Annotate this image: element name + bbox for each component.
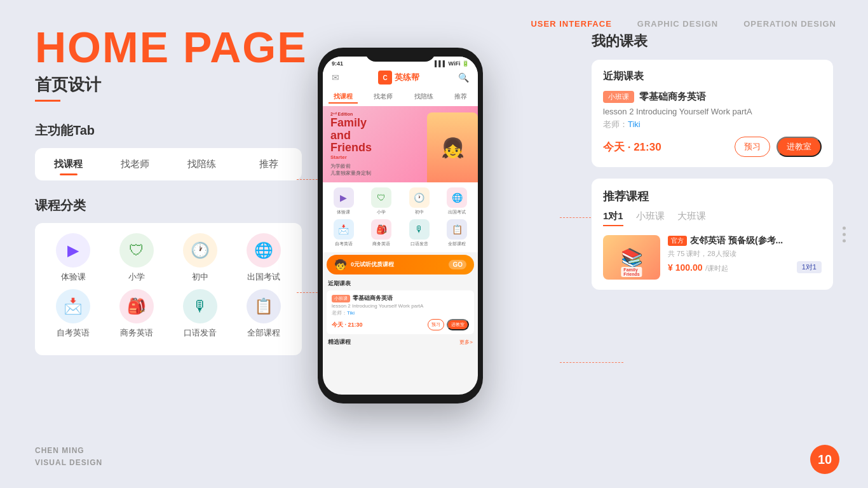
phone-app-name: 英练帮 [395, 72, 419, 83]
phone-icon-mid-circle: 🕐 [409, 187, 430, 208]
banner-title: FamilyandFriends [330, 117, 372, 154]
rec-tab-1on1[interactable]: 1对1 [603, 210, 623, 226]
dot-3 [843, 239, 846, 242]
phone-btn-enter[interactable]: 进教室 [447, 319, 469, 330]
phone-course-teacher: 老师：Tiki [332, 309, 469, 316]
nav-operation-design[interactable]: OPERATION DESIGN [743, 19, 836, 29]
phone-course-bottom: 今天 · 21:30 预习 进教室 [332, 319, 469, 330]
cat-all[interactable]: 📋 全部课程 [238, 289, 289, 339]
recommend-tabs: 1对1 小班课 大班课 [603, 210, 822, 226]
page-title-en: HOME PAGE [35, 25, 340, 69]
cat-icon-spoken: 🎙 [183, 289, 217, 323]
cat-icon-self: 📩 [56, 289, 90, 323]
schedule-course-name: 零基础商务英语 [639, 91, 706, 103]
schedule-main-title: 我的课表 [592, 32, 833, 51]
phone-icons-grid: ▶ 体验课 🛡 小学 🕐 初中 🌐 出国考试 📩 自考英语 [323, 182, 478, 252]
cat-spoken[interactable]: 🎙 口语发音 [175, 289, 226, 339]
phone-icon-all-circle: 📋 [447, 219, 467, 240]
rec-tab-large[interactable]: 大班课 [677, 210, 706, 226]
phone-promo[interactable]: 🧒 0元试听优质课程 GO [327, 255, 474, 274]
phone-mockup: 9:41 ▌▌▌ WiFi 🔋 ✉ C 英练帮 🔍 找课程 找老师 找陪练 推荐 [318, 48, 483, 403]
page-title-cn: 首页设计 [35, 74, 340, 96]
phone-icon-self-circle: 📩 [334, 219, 354, 240]
phone-screen: 9:41 ▌▌▌ WiFi 🔋 ✉ C 英练帮 🔍 找课程 找老师 找陪练 推荐 [323, 57, 478, 395]
phone-notch [365, 48, 435, 62]
banner-starter: Starter [330, 154, 372, 160]
cat-label-spoken: 口语发音 [184, 327, 217, 339]
phone-icon-spoken[interactable]: 🎙 口语发音 [402, 219, 437, 247]
phone-nav-recommend[interactable]: 推荐 [449, 91, 472, 104]
phone-icon-elementary[interactable]: 🛡 小学 [365, 187, 399, 215]
phone-btn-preview[interactable]: 预习 [428, 319, 444, 330]
top-navigation: USER INTERFACE GRAPHIC DESIGN OPERATION … [531, 0, 868, 29]
phone-nav-course[interactable]: 找课程 [329, 91, 358, 104]
tab-find-practice[interactable]: 找陪练 [168, 152, 235, 177]
phone-course-actions: 预习 进教室 [428, 319, 469, 330]
phone-course-badge: 小班课 [332, 295, 350, 302]
recommend-card: 推荐课程 1对1 小班课 大班课 📚 FamilyFriends 官方 友邻英语… [592, 179, 833, 290]
rec-price-row: ¥ 100.00 /课时起 1对1 [668, 261, 822, 273]
tab-find-teacher[interactable]: 找老师 [102, 152, 168, 177]
phone-search-icon: 🔍 [458, 72, 469, 83]
schedule-badge-row: 小班课 零基础商务英语 [603, 91, 822, 103]
phone-more-link[interactable]: 更多> [459, 339, 473, 346]
cat-abroad[interactable]: 🌐 出国考试 [238, 233, 289, 283]
phone-icon-exp-label: 体验课 [337, 209, 350, 215]
nav-user-interface[interactable]: USER INTERFACE [531, 19, 611, 29]
recommend-title: 推荐课程 [603, 189, 822, 204]
nav-graphic-design[interactable]: GRAPHIC DESIGN [637, 19, 718, 29]
dots-vertical [843, 226, 846, 242]
cat-business[interactable]: 🎒 商务英语 [111, 289, 162, 339]
rec-tab-small[interactable]: 小班课 [636, 210, 665, 226]
phone-icon-spk-circle: 🎙 [409, 219, 430, 240]
rec-1on1-badge: 1对1 [797, 261, 822, 273]
phone-icon-experience[interactable]: ▶ 体验课 [327, 187, 361, 215]
phone-icon-all-label: 全部课程 [448, 241, 466, 247]
phone-icon-all[interactable]: 📋 全部课程 [440, 219, 475, 247]
banner-image: 👧 [427, 112, 478, 182]
cat-experience[interactable]: ▶ 体验课 [48, 233, 98, 283]
phone-banner: 2ⁿᵈ Edition FamilyandFriends Starter 为学龄… [323, 106, 478, 182]
schedule-bottom: 今天 · 21:30 预习 进教室 [603, 137, 822, 157]
rec-course-name: 友邻英语 预备级(参考... [690, 235, 783, 247]
phone-nav-teacher[interactable]: 找老师 [369, 91, 398, 104]
cat-icon-middle: 🕐 [183, 233, 217, 268]
schedule-card: 近期课表 小班课 零基础商务英语 lesson 2 Introducing Yo… [592, 60, 833, 167]
banner-desc: 为学龄前儿童独家量身定制 [330, 163, 372, 177]
cat-icon-experience: ▶ [56, 233, 90, 268]
footer-line2: VISUAL DESIGN [35, 457, 102, 469]
phone-mockup-container: 9:41 ▌▌▌ WiFi 🔋 ✉ C 英练帮 🔍 找课程 找老师 找陪练 推荐 [311, 48, 489, 403]
phone-icon-spk-label: 口语发音 [410, 241, 428, 247]
tab-find-course[interactable]: 找课程 [35, 152, 102, 177]
phone-bottom-more: 精选课程 更多> [323, 336, 478, 348]
phone-schedule-title: 近期课表 [323, 277, 478, 289]
schedule-section-title: 近期课表 [603, 70, 822, 83]
schedule-teacher-name: Tiki [628, 119, 641, 129]
promo-character: 🧒 [334, 259, 347, 271]
schedule-teacher: 老师：Tiki [603, 119, 822, 130]
phone-header: ✉ C 英练帮 🔍 [323, 68, 478, 88]
rec-image-label: FamilyFriends [621, 267, 642, 277]
cat-self-english[interactable]: 📩 自考英语 [48, 289, 98, 339]
phone-icon-abroad[interactable]: 🌐 出国考试 [440, 187, 475, 215]
cat-elementary[interactable]: 🛡 小学 [111, 233, 162, 283]
rec-info: 官方 友邻英语 预备级(参考... 共 75 课时，28人报读 ¥ 100.00… [668, 235, 822, 273]
cat-middle[interactable]: 🕐 初中 [175, 233, 226, 283]
cat-icon-elementary: 🛡 [119, 233, 154, 268]
category-box: ▶ 体验课 🛡 小学 🕐 初中 🌐 出国考试 📩 自考英语 🎒 [35, 223, 302, 355]
rec-official-row: 官方 友邻英语 预备级(参考... [668, 235, 822, 247]
phone-teacher-name: Tiki [347, 310, 355, 316]
recommend-item: 📚 FamilyFriends 官方 友邻英语 预备级(参考... 共 75 课… [603, 235, 822, 280]
footer-credits: CHEN MING VISUAL DESIGN [35, 445, 102, 469]
schedule-preview-btn[interactable]: 预习 [735, 137, 770, 157]
schedule-lesson: lesson 2 Introducing Yourself Work partA [603, 107, 822, 116]
tab-recommend[interactable]: 推荐 [235, 152, 302, 177]
phone-mail-icon: ✉ [332, 72, 339, 83]
phone-nav-practice[interactable]: 找陪练 [409, 91, 438, 104]
schedule-enter-btn[interactable]: 进教室 [776, 137, 822, 157]
phone-icon-middle[interactable]: 🕐 初中 [402, 187, 437, 215]
rec-course-image: 📚 FamilyFriends [603, 235, 660, 280]
phone-icon-self[interactable]: 📩 自考英语 [327, 219, 361, 247]
phone-icon-business[interactable]: 🎒 商务英语 [365, 219, 399, 247]
page-number: 10 [810, 445, 839, 474]
